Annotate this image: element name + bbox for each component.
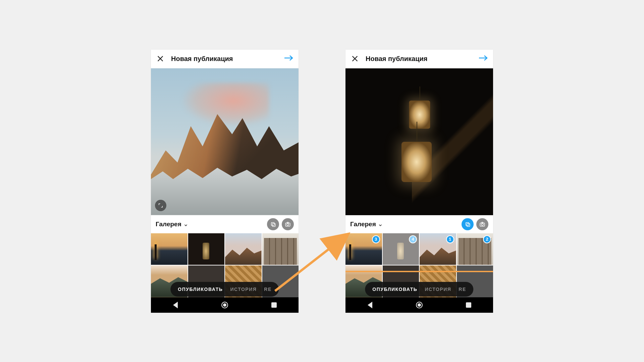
close-icon[interactable]: [350, 54, 360, 63]
thumbnail[interactable]: [262, 233, 299, 265]
chevron-down-icon: [183, 222, 188, 227]
page-title: Новая публикация: [171, 55, 284, 63]
thumbnail-selected[interactable]: 2: [457, 233, 493, 265]
gallery-label-text: Галерея: [350, 221, 376, 228]
thumbnail-selected[interactable]: 3: [345, 233, 382, 265]
phone-screen-right: Новая публикация Галерея 3: [345, 50, 493, 313]
gallery-toolbar: Галерея: [151, 215, 299, 233]
phone-screen-left: Новая публикация Галерея: [151, 50, 299, 313]
mode-tab-publish[interactable]: ОПУБЛИКОВАТЬ: [178, 287, 223, 292]
chevron-down-icon: [378, 222, 383, 227]
nav-back-icon[interactable]: [172, 301, 179, 309]
nav-back-icon[interactable]: [366, 301, 374, 309]
mode-selector[interactable]: ОПУБЛИКОВАТЬ ИСТОРИЯ RE: [170, 282, 279, 297]
page-title: Новая публикация: [366, 55, 478, 63]
thumbnail[interactable]: [188, 233, 225, 265]
header: Новая публикация: [151, 50, 299, 68]
gallery-dropdown[interactable]: Галерея: [156, 221, 188, 228]
svg-rect-6: [467, 223, 470, 226]
mode-tab-reels[interactable]: RE: [264, 287, 271, 292]
close-icon[interactable]: [156, 54, 165, 63]
nav-recent-icon[interactable]: [465, 301, 472, 309]
next-arrow-icon[interactable]: [284, 55, 294, 63]
preview-image[interactable]: [151, 68, 299, 215]
multi-select-button[interactable]: [267, 218, 279, 230]
svg-point-8: [481, 223, 483, 225]
gallery-grid: ОПУБЛИКОВАТЬ ИСТОРИЯ RE: [151, 233, 299, 297]
thumbnail-selected[interactable]: 1: [420, 233, 456, 265]
preview-image[interactable]: [345, 68, 493, 215]
mode-tab-story[interactable]: ИСТОРИЯ: [425, 287, 451, 292]
thumbnail-selected[interactable]: 4: [383, 233, 419, 265]
nav-home-icon[interactable]: [416, 301, 423, 309]
selection-badge: 2: [483, 235, 491, 243]
mode-tab-publish[interactable]: ОПУБЛИКОВАТЬ: [372, 287, 417, 292]
nav-home-icon[interactable]: [221, 301, 228, 309]
android-navbar: [151, 297, 299, 313]
next-arrow-icon[interactable]: [478, 55, 488, 63]
selection-badge: 3: [372, 235, 380, 243]
mode-tab-reels[interactable]: RE: [459, 287, 466, 292]
camera-button[interactable]: [476, 218, 488, 230]
mode-selector[interactable]: ОПУБЛИКОВАТЬ ИСТОРИЯ RE: [365, 282, 473, 297]
gallery-grid: 3 4 1 2 ОПУБЛИКОВАТЬ ИСТОРИЯ RE: [345, 233, 493, 297]
selection-badge: 1: [446, 235, 454, 243]
gallery-label-text: Галерея: [156, 221, 181, 228]
svg-rect-0: [271, 222, 274, 225]
thumbnail[interactable]: [151, 233, 187, 265]
gallery-toolbar: Галерея: [345, 215, 493, 233]
selection-badge: 4: [409, 235, 417, 243]
svg-rect-1: [272, 223, 275, 226]
multi-select-button-active[interactable]: [462, 218, 474, 230]
svg-point-3: [287, 223, 289, 225]
nav-recent-icon[interactable]: [270, 301, 278, 309]
expand-crop-icon[interactable]: [155, 200, 166, 211]
android-navbar: [345, 297, 493, 313]
mode-tab-story[interactable]: ИСТОРИЯ: [230, 287, 257, 292]
gallery-dropdown[interactable]: Галерея: [350, 221, 383, 228]
camera-button[interactable]: [282, 218, 294, 230]
header: Новая публикация: [345, 50, 493, 68]
svg-rect-5: [466, 222, 469, 225]
thumbnail[interactable]: [225, 233, 262, 265]
